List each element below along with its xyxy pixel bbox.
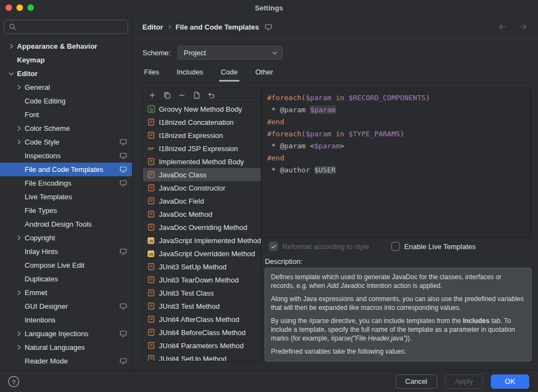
settings-search-field[interactable]	[4, 20, 128, 34]
sidebar-item-label: Intentions	[25, 316, 55, 324]
template-item-i18nized-jsp-expression[interactable]: JSPI18nized JSP Expression	[143, 142, 261, 155]
sidebar-item-copyright[interactable]: Copyright	[0, 231, 132, 245]
scheme-label: Scheme:	[142, 49, 170, 57]
sidebar-item-font[interactable]: Font	[0, 108, 132, 122]
chevron-right-icon[interactable]	[14, 83, 23, 92]
chevron-spacer	[14, 220, 23, 229]
duplicate-template-button[interactable]	[192, 91, 201, 100]
close-window-button[interactable]	[5, 4, 12, 11]
template-item-javadoc-class[interactable]: JavaDoc Class	[143, 168, 261, 181]
sidebar-item-file-types[interactable]: File Types	[0, 204, 132, 217]
template-editor[interactable]: #foreach($param in $RECORD_COMPONENTS) *…	[261, 88, 531, 238]
template-item-junit4-afterclass-method[interactable]: JUnit4 AfterClass Method	[143, 313, 261, 326]
sidebar-item-label: Emmet	[25, 289, 47, 297]
checkbox-reformat-according-to-style[interactable]: Reformat according to style	[269, 242, 369, 251]
template-item-i18nized-expression[interactable]: I18nized Expression	[143, 129, 261, 142]
help-button[interactable]: ?	[8, 376, 20, 388]
breadcrumb-item-editor[interactable]: Editor	[142, 23, 163, 31]
template-toolbar	[143, 88, 261, 102]
template-list-panel: GGroovy New Method BodyI18nized Concaten…	[142, 88, 261, 361]
sidebar-item-keymap[interactable]: Keymap	[0, 53, 132, 67]
template-item-junit4-parameters-method[interactable]: JUnit4 Parameters Method	[143, 339, 261, 352]
sidebar-item-inspections[interactable]: Inspections	[0, 149, 132, 163]
sidebar-item-label: Inlay Hints	[25, 247, 58, 256]
template-item-javadoc-overriding-method[interactable]: JavaDoc Overriding Method	[143, 221, 261, 234]
code-line: #foreach($param in $TYPE_PARAMS)	[267, 128, 525, 140]
forward-arrow-icon[interactable]	[517, 24, 529, 30]
monitor-icon	[119, 248, 127, 255]
sidebar-item-natural-languages[interactable]: Natural Languages	[0, 341, 132, 354]
sidebar-item-inlay-hints[interactable]: Inlay Hints	[0, 245, 132, 258]
code-line: #end	[267, 116, 525, 128]
template-item-junit3-test-method[interactable]: JUnit3 Test Method	[143, 299, 261, 313]
template-item-junit4-beforeclass-method[interactable]: JUnit4 BeforeClass Method	[143, 326, 261, 339]
chevron-right-icon[interactable]	[14, 330, 23, 338]
sidebar-item-compose-live-edit[interactable]: Compose Live Edit	[0, 258, 132, 272]
search-input[interactable]	[20, 23, 123, 31]
chevron-spacer	[14, 97, 23, 106]
sidebar-item-language-injections[interactable]: Language Injections	[0, 327, 132, 341]
tab-files[interactable]: Files	[142, 65, 161, 82]
reset-template-button[interactable]	[207, 91, 216, 100]
minimize-window-button[interactable]	[16, 4, 23, 11]
chevron-right-icon[interactable]	[14, 343, 23, 352]
chevron-right-icon[interactable]	[14, 234, 23, 243]
template-item-javadoc-field[interactable]: JavaDoc Field	[143, 194, 261, 207]
sidebar-item-label: General	[25, 83, 50, 91]
template-item-groovy-new-method-body[interactable]: GGroovy New Method Body	[143, 102, 261, 116]
tab-other[interactable]: Other	[254, 65, 275, 82]
footer: ? CancelApplyOK	[0, 370, 538, 392]
settings-tree: Appearance & BehaviorKeymapEditorGeneral…	[0, 39, 132, 370]
chevron-right-icon[interactable]	[14, 124, 23, 133]
add-template-button[interactable]	[148, 91, 157, 100]
template-item-javadoc-constructor[interactable]: JavaDoc Constructor	[143, 181, 261, 194]
cancel-button[interactable]: Cancel	[396, 374, 437, 389]
scheme-select[interactable]: Project	[178, 46, 283, 60]
template-item-javascript-overridden-method[interactable]: JSJavaScript Overridden Method	[143, 247, 261, 260]
sidebar-item-intentions[interactable]: Intentions	[0, 313, 132, 327]
chevron-spacer	[14, 316, 23, 325]
template-item-javadoc-method[interactable]: JavaDoc Method	[143, 207, 261, 221]
template-icon	[146, 197, 156, 205]
copy-template-button[interactable]	[163, 91, 171, 100]
sidebar-item-code-style[interactable]: Code Style	[0, 135, 132, 149]
sidebar-item-file-and-code-templates[interactable]: File and Code Templates	[0, 163, 132, 176]
sidebar-item-reader-mode[interactable]: Reader Mode	[0, 354, 132, 368]
template-list: GGroovy New Method BodyI18nized Concaten…	[143, 102, 261, 361]
sidebar-item-gui-designer[interactable]: GUI Designer	[0, 299, 132, 313]
sidebar-item-android-design-tools[interactable]: Android Design Tools	[0, 217, 132, 231]
zoom-window-button[interactable]	[27, 4, 34, 11]
template-item-i18nized-concatenation[interactable]: I18nized Concatenation	[143, 116, 261, 129]
chevron-right-icon[interactable]	[14, 138, 23, 147]
breadcrumb-item-file-and-code-templates: File and Code Templates	[176, 23, 259, 31]
sidebar-item-file-encodings[interactable]: File Encodings	[0, 176, 132, 190]
sidebar-item-emmet[interactable]: Emmet	[0, 286, 132, 299]
template-item-junit3-test-class[interactable]: JUnit3 Test Class	[143, 286, 261, 299]
sidebar-item-live-templates[interactable]: Live Templates	[0, 190, 132, 204]
remove-template-button[interactable]	[178, 91, 186, 100]
sidebar-item-label: Compose Live Edit	[25, 261, 84, 269]
svg-text:JSP: JSP	[147, 147, 154, 151]
chevron-right-icon[interactable]	[14, 289, 23, 297]
tab-code[interactable]: Code	[219, 65, 239, 82]
template-item-junit4-setup-method[interactable]: JUnit4 SetUp Method	[143, 352, 261, 361]
template-icon	[146, 302, 156, 310]
description-paragraph: Predefined variables take the following …	[271, 347, 525, 356]
ok-button[interactable]: OK	[491, 374, 529, 389]
tab-includes[interactable]: Includes	[175, 65, 204, 82]
chevron-right-icon[interactable]	[7, 42, 15, 51]
sidebar-item-editor[interactable]: Editor	[0, 67, 132, 80]
back-arrow-icon[interactable]	[496, 24, 508, 30]
chevron-down-icon[interactable]	[7, 70, 15, 78]
sidebar-item-appearance-behavior[interactable]: Appearance & Behavior	[0, 39, 132, 53]
template-item-javascript-implemented-method[interactable]: JSJavaScript Implemented Method	[143, 234, 261, 247]
template-item-junit3-setup-method[interactable]: JUnit3 SetUp Method	[143, 260, 261, 273]
sidebar-item-color-scheme[interactable]: Color Scheme	[0, 122, 132, 135]
sidebar-item-code-editing[interactable]: Code Editing	[0, 94, 132, 108]
template-item-junit3-teardown-method[interactable]: JUnit3 TearDown Method	[143, 273, 261, 286]
apply-button[interactable]: Apply	[445, 374, 483, 389]
sidebar-item-duplicates[interactable]: Duplicates	[0, 272, 132, 286]
sidebar-item-general[interactable]: General	[0, 80, 132, 94]
checkbox-enable-live-templates[interactable]: Enable Live Templates	[391, 242, 476, 251]
template-item-implemented-method-body[interactable]: Implemented Method Body	[143, 155, 261, 168]
